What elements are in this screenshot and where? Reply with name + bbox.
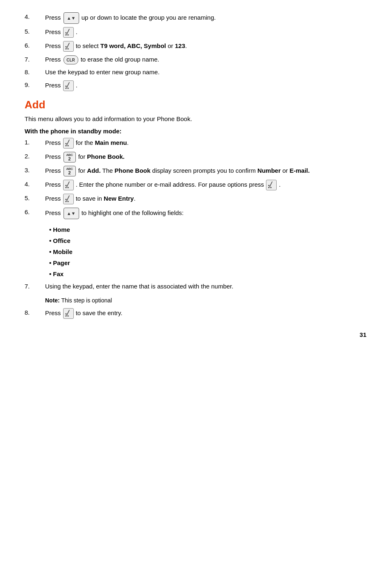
svg-point-31 xyxy=(67,315,68,316)
nav-icon: ▲▼ xyxy=(64,12,79,24)
subheading: With the phone in standby mode: xyxy=(25,128,366,135)
step-content: Press ABC 2 for Add. The Phone Book disp… xyxy=(45,166,366,176)
step-2: 2. Press ABC 2 for Phone Book. xyxy=(25,152,366,162)
note-label: Note: xyxy=(45,297,60,304)
abc2-icon: ABC 2 xyxy=(64,166,76,176)
svg-line-4 xyxy=(67,43,69,48)
step-number: 6. xyxy=(25,41,45,50)
soft-key-icon xyxy=(63,194,74,204)
svg-line-8 xyxy=(67,82,69,87)
svg-point-1 xyxy=(65,32,66,34)
svg-point-10 xyxy=(65,87,66,89)
step-content: Press to select T9 word, ABC, Symbol or … xyxy=(45,41,366,52)
step-1: 1. Press for the Main menu. xyxy=(25,138,366,149)
abc2-icon: ABC 2 xyxy=(64,152,76,162)
soft-key-icon xyxy=(63,80,74,91)
step-6: 6. Press ▲▼ to highlight one of the foll… xyxy=(25,208,366,219)
field-home: Home xyxy=(49,224,366,235)
step-8-top: 8. Use the keypad to enter new group nam… xyxy=(25,68,366,77)
step-content: Press to save in New Entry. xyxy=(45,194,366,204)
nav-icon: ▲▼ xyxy=(64,208,79,219)
svg-point-6 xyxy=(65,48,66,50)
top-steps: 4. Press ▲▼ up or down to locate the gro… xyxy=(25,12,366,91)
svg-point-29 xyxy=(65,313,66,314)
add-section: Add This menu allows you to add informat… xyxy=(25,98,366,319)
svg-point-7 xyxy=(67,48,68,50)
step-number: 8. xyxy=(25,308,45,318)
step-number: 7. xyxy=(25,282,45,291)
step-8: 8. Press to save the entry. xyxy=(25,308,366,319)
clr-icon: CLR xyxy=(64,55,78,64)
svg-line-16 xyxy=(67,182,69,187)
step-number: 9. xyxy=(25,80,45,90)
svg-point-2 xyxy=(65,34,66,36)
svg-point-22 xyxy=(268,187,270,188)
step-number: 5. xyxy=(25,27,45,37)
add-steps-2: 7. Using the keypad, enter the name that… xyxy=(25,282,366,291)
svg-point-19 xyxy=(67,187,68,188)
svg-point-30 xyxy=(65,315,66,316)
svg-point-21 xyxy=(268,185,270,186)
svg-line-12 xyxy=(67,140,69,145)
field-mobile: Mobile xyxy=(49,246,366,257)
step-number: 7. xyxy=(25,55,45,64)
step-number: 6. xyxy=(25,208,45,217)
soft-key-icon-2 xyxy=(266,180,277,190)
soft-key-icon xyxy=(63,180,74,190)
svg-point-15 xyxy=(67,145,68,146)
step-content: Press to save the entry. xyxy=(45,308,366,319)
step-content: Press ▲▼ up or down to locate the group … xyxy=(45,12,366,24)
svg-point-23 xyxy=(271,187,272,188)
svg-point-25 xyxy=(65,199,66,200)
step-number: 4. xyxy=(25,12,45,22)
svg-line-20 xyxy=(270,182,272,187)
section-intro: This menu allows you to add information … xyxy=(25,114,366,124)
step-content: Press ▲▼ to highlight one of the followi… xyxy=(45,208,366,219)
svg-point-26 xyxy=(65,201,66,202)
page-number: 31 xyxy=(25,331,366,338)
fields-list: Home Office Mobile Pager Fax xyxy=(49,224,366,279)
svg-point-13 xyxy=(65,143,66,144)
field-fax: Fax xyxy=(49,268,366,279)
step-4-top: 4. Press ▲▼ up or down to locate the gro… xyxy=(25,12,366,24)
step-4: 4. Press . Enter the phone number or e-m… xyxy=(25,180,366,190)
step-3: 3. Press ABC 2 for Add. The Phone Book d… xyxy=(25,166,366,176)
step-content: Press . xyxy=(45,27,366,38)
step-content: Use the keypad to enter new group name. xyxy=(45,68,366,77)
step-content: Press for the Main menu. xyxy=(45,138,366,149)
step-7: 7. Using the keypad, enter the name that… xyxy=(25,282,366,291)
step-number: 1. xyxy=(25,138,45,147)
step-content: Using the keypad, enter the name that is… xyxy=(45,282,366,291)
add-steps: 1. Press for the Main menu. 2. Press xyxy=(25,138,366,219)
svg-point-5 xyxy=(65,46,66,48)
svg-point-14 xyxy=(65,145,66,146)
step-number: 2. xyxy=(25,152,45,161)
svg-point-27 xyxy=(67,201,68,202)
step-5: 5. Press to save in New Entry. xyxy=(25,194,366,204)
section-title: Add xyxy=(25,98,366,111)
step-9-top: 9. Press . xyxy=(25,80,366,91)
step-number: 3. xyxy=(25,166,45,175)
step-content: Press CLR to erase the old group name. xyxy=(45,55,366,64)
field-pager: Pager xyxy=(49,257,366,268)
svg-point-3 xyxy=(67,34,68,36)
svg-line-24 xyxy=(67,196,69,201)
svg-line-0 xyxy=(67,29,69,34)
soft-key-icon xyxy=(63,41,74,52)
step-content: Press ABC 2 for Phone Book. xyxy=(45,152,366,162)
step-7-top: 7. Press CLR to erase the old group name… xyxy=(25,55,366,64)
note-block: Note: This step is optional xyxy=(45,296,366,305)
note-text: This step is optional xyxy=(61,297,112,304)
svg-point-9 xyxy=(65,85,66,87)
step-5-top: 5. Press . xyxy=(25,27,366,38)
svg-point-11 xyxy=(67,87,68,89)
svg-point-18 xyxy=(65,187,66,188)
svg-point-17 xyxy=(65,185,66,186)
svg-line-28 xyxy=(67,310,69,315)
soft-key-icon xyxy=(63,138,74,149)
step-number: 4. xyxy=(25,180,45,189)
add-steps-3: 8. Press to save the entry. xyxy=(25,308,366,319)
step-number: 8. xyxy=(25,68,45,77)
step-content: Press . Enter the phone number or e-mail… xyxy=(45,180,366,190)
soft-key-icon xyxy=(63,27,74,38)
